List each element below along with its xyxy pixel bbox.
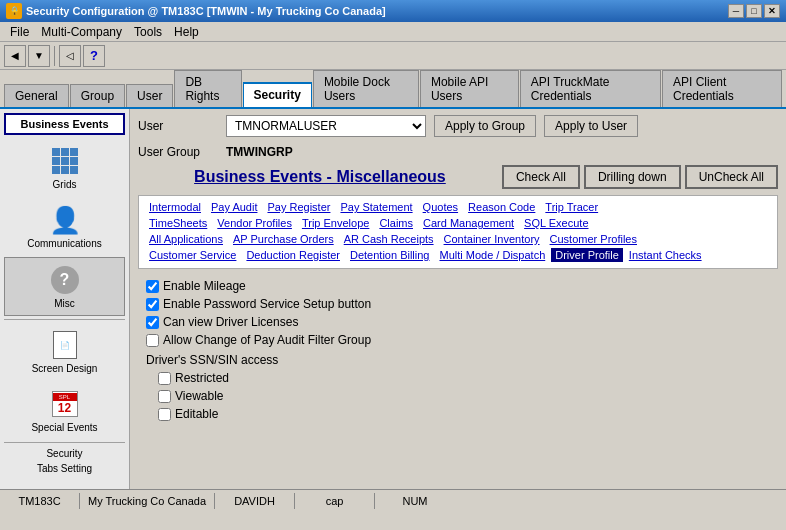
sidebar-tabssetting-label[interactable]: Tabs Setting [4,461,125,476]
menu-file[interactable]: File [4,23,35,41]
cat-cardmanagement[interactable]: Card Management [419,216,518,230]
tabs-bar: General Group User DB Rights Security Mo… [0,70,786,109]
cat-quotes[interactable]: Quotes [419,200,462,214]
ssn-section-label: Driver's SSN/SIN access [146,353,770,367]
status-num: NUM [375,493,455,509]
sidebar-item-specialevents[interactable]: SPL 12 Special Events [4,382,125,439]
uncheck-all-button[interactable]: UnCheck All [685,165,778,189]
check-all-button[interactable]: Check All [502,165,580,189]
tab-dbrights[interactable]: DB Rights [174,70,241,107]
checkbox-viewdriverlicenses: Can view Driver Licenses [146,315,770,329]
checkbox-enablemileage-input[interactable] [146,280,159,293]
status-server: TM183C [0,493,80,509]
sidebar-item-grids[interactable]: Grids [4,139,125,196]
ssn-viewable-input[interactable] [158,390,171,403]
cat-vendorprofiles[interactable]: Vendor Profiles [213,216,296,230]
cat-instantchecks[interactable]: Instant Checks [625,248,706,262]
main-content: Business Events Grids 👤 Communications [0,109,786,489]
checkbox-allowchange-input[interactable] [146,334,159,347]
user-area: User TMNORMALUSER Apply to Group Apply t… [138,115,778,159]
usergroup-label: User Group [138,145,218,159]
ssn-editable-label: Editable [175,407,218,421]
cat-row-3: All Applications AP Purchase Orders AR C… [145,232,771,246]
cat-customerservice[interactable]: Customer Service [145,248,240,262]
sidebar-header: Business Events [4,113,125,135]
checkbox-allowchange-label: Allow Change of Pay Audit Filter Group [163,333,371,347]
sidebar-divider-2 [4,442,125,443]
grids-icon [49,145,81,177]
sidebar: Business Events Grids 👤 Communications [0,109,130,489]
maximize-button[interactable]: □ [746,4,762,18]
cat-paystatement[interactable]: Pay Statement [336,200,416,214]
cat-driverprofile[interactable]: Driver Profile [551,248,623,262]
cat-deductionregister[interactable]: Deduction Register [242,248,344,262]
cat-claims[interactable]: Claims [375,216,417,230]
cat-multimode[interactable]: Multi Mode / Dispatch [435,248,549,262]
toolbar-dropdown-button[interactable]: ▼ [28,45,50,67]
checkboxes-area: Enable Mileage Enable Password Service S… [138,275,778,429]
tab-security[interactable]: Security [243,82,312,107]
checkbox-viewdriverlicenses-input[interactable] [146,316,159,329]
cat-appurchaseorders[interactable]: AP Purchase Orders [229,232,338,246]
checkbox-enablemileage-label: Enable Mileage [163,279,246,293]
cat-triptracer[interactable]: Trip Tracer [541,200,602,214]
title-bar-buttons: ─ □ ✕ [728,4,780,18]
sidebar-label-specialevents: Special Events [31,422,97,433]
checkbox-enablepassword-input[interactable] [146,298,159,311]
sidebar-label-grids: Grids [53,179,77,190]
menu-tools[interactable]: Tools [128,23,168,41]
cat-customerprofiles[interactable]: Customer Profiles [546,232,641,246]
tab-general[interactable]: General [4,84,69,107]
cat-containerinventory[interactable]: Container Inventory [440,232,544,246]
menu-bar: File Multi-Company Tools Help [0,22,786,42]
cat-sqlexecute[interactable]: SQL Execute [520,216,592,230]
menu-help[interactable]: Help [168,23,205,41]
right-panel: User TMNORMALUSER Apply to Group Apply t… [130,109,786,489]
tab-mobileapi[interactable]: Mobile API Users [420,70,519,107]
close-button[interactable]: ✕ [764,4,780,18]
cat-payregister[interactable]: Pay Register [263,200,334,214]
question-graphic: ? [51,266,79,294]
screendesign-icon: 📄 [49,329,81,361]
toolbar-back-button[interactable]: ◀ [4,45,26,67]
cat-allapplications[interactable]: All Applications [145,232,227,246]
toolbar-help-button[interactable]: ? [83,45,105,67]
cat-arcashreceipts[interactable]: AR Cash Receipts [340,232,438,246]
be-action-buttons: Check All Drilling down UnCheck All [502,165,778,189]
sidebar-item-communications[interactable]: 👤 Communications [4,198,125,255]
ssn-restricted-input[interactable] [158,372,171,385]
apply-to-group-button[interactable]: Apply to Group [434,115,536,137]
tab-apiclient[interactable]: API Client Credentials [662,70,782,107]
ssn-editable-input[interactable] [158,408,171,421]
status-company: My Trucking Co Canada [80,493,215,509]
calendar-graphic: SPL 12 [52,391,78,417]
tab-user[interactable]: User [126,84,173,107]
tab-apitruckmate[interactable]: API TruckMate Credentials [520,70,661,107]
title-bar: 🔒 Security Configuration @ TM183C [TMWIN… [0,0,786,22]
sidebar-item-misc[interactable]: ? Misc [4,257,125,316]
cat-intermodal[interactable]: Intermodal [145,200,205,214]
cat-row-1: Intermodal Pay Audit Pay Register Pay St… [145,200,771,214]
cat-tripenvelope[interactable]: Trip Envelope [298,216,373,230]
menu-multicompany[interactable]: Multi-Company [35,23,128,41]
cat-reasoncode[interactable]: Reason Code [464,200,539,214]
user-label: User [138,119,218,133]
sidebar-security-label[interactable]: Security [4,446,125,461]
sidebar-item-screendesign[interactable]: 📄 Screen Design [4,323,125,380]
tab-mobiledock[interactable]: Mobile Dock Users [313,70,419,107]
tab-group[interactable]: Group [70,84,125,107]
specialevents-icon: SPL 12 [49,388,81,420]
minimize-button[interactable]: ─ [728,4,744,18]
toolbar-back2-button[interactable]: ◁ [59,45,81,67]
cat-detentionbilling[interactable]: Detention Billing [346,248,434,262]
misc-icon: ? [49,264,81,296]
drilling-down-button[interactable]: Drilling down [584,165,681,189]
ssn-editable-row: Editable [158,407,770,421]
status-user: DAVIDH [215,493,295,509]
cat-timesheets[interactable]: TimeSheets [145,216,211,230]
user-dropdown[interactable]: TMNORMALUSER [226,115,426,137]
status-bar: TM183C My Trucking Co Canada DAVIDH cap … [0,489,786,511]
checkbox-enablepassword-label: Enable Password Service Setup button [163,297,371,311]
apply-to-user-button[interactable]: Apply to User [544,115,638,137]
cat-payaudit[interactable]: Pay Audit [207,200,261,214]
